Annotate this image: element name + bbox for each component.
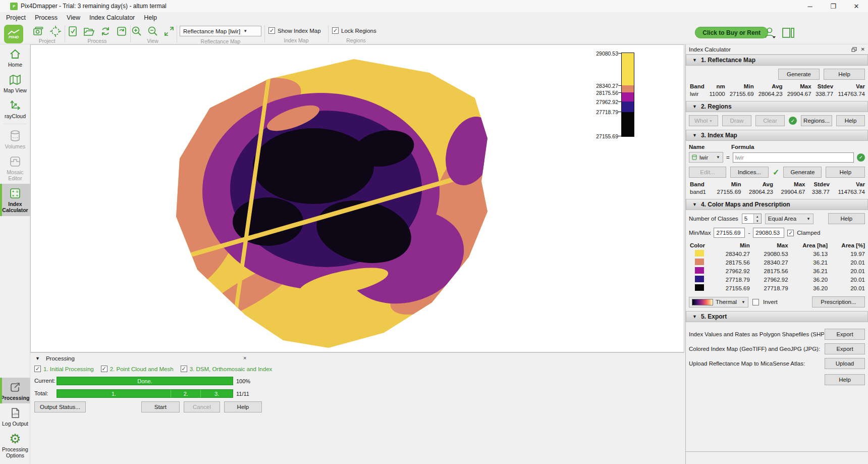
sidebar-item-volumes[interactable]: Volumes: [0, 126, 30, 152]
classification-method-dropdown[interactable]: Equal Area ▼: [765, 214, 813, 224]
reflectance-help-button[interactable]: Help: [824, 69, 865, 80]
sidebar-item-home[interactable]: Home: [0, 44, 30, 70]
minimize-button[interactable]: ─: [798, 0, 822, 12]
export-shp-label: Index Values and Rates as Polygon Shapef…: [689, 331, 824, 337]
float-panel-icon[interactable]: [851, 47, 857, 52]
rematch-reoptimize-icon[interactable]: [116, 26, 127, 37]
user-account-icon[interactable]: [764, 26, 777, 39]
main-content: 29080.53 28340.27 28175.56 27962.92 2771…: [30, 44, 685, 464]
reflectance-generate-button[interactable]: Generate: [778, 69, 820, 80]
sidebar-item-processing[interactable]: Processing: [0, 378, 30, 403]
chevron-down-icon: ▼: [243, 29, 247, 33]
axes-icon: [9, 99, 22, 112]
calculator-icon: +=×÷: [9, 187, 22, 200]
regions-help-button[interactable]: Help: [836, 115, 865, 126]
step3-checkbox[interactable]: ✓: [181, 366, 187, 372]
lock-regions-checkbox[interactable]: ✓: [332, 27, 339, 34]
sidebar-item-index-calculator[interactable]: +=×÷ Index Calculator: [0, 184, 30, 216]
gear-icon: ⚙: [9, 432, 21, 445]
formula-input[interactable]: lwir: [733, 152, 854, 163]
section-regions[interactable]: ▼ 2. Regions: [686, 101, 868, 112]
scale-label: 29080.53: [583, 50, 618, 57]
index-name-dropdown[interactable]: lwir ▼: [689, 152, 723, 163]
section-reflectance-map[interactable]: ▼ 1. Reflectance Map: [686, 55, 868, 66]
export-help-button[interactable]: Help: [825, 374, 865, 385]
processing-panel-close-icon[interactable]: ×: [243, 355, 246, 361]
table-row: 27718.7927962.92 36.2020.01: [689, 275, 865, 284]
export-geotiff-button[interactable]: Export: [825, 343, 865, 354]
layout-panels-icon[interactable]: [782, 27, 795, 39]
total-segment-1: 1.: [57, 390, 171, 397]
show-index-map-checkbox[interactable]: ✓: [268, 27, 275, 34]
collapse-triangle-icon[interactable]: ▼: [35, 356, 40, 361]
gcp-target-icon[interactable]: [49, 25, 62, 37]
app-icon: P: [10, 3, 18, 10]
zoom-out-icon[interactable]: [147, 26, 158, 37]
processing-options-doc-icon[interactable]: [68, 26, 78, 37]
clear-region-button[interactable]: Clear: [755, 115, 785, 126]
clamped-label: Clamped: [797, 230, 820, 236]
scale-segment: [622, 85, 634, 92]
sidebar-item-log-output[interactable]: LOG Log Output: [0, 403, 30, 429]
prescription-button[interactable]: Prescription...: [812, 296, 865, 307]
zoom-in-icon[interactable]: [131, 26, 142, 37]
help-button[interactable]: Help: [224, 401, 262, 413]
output-status-button[interactable]: Output Status...: [34, 401, 86, 413]
class-color-swatch: [695, 250, 704, 256]
name-column-label: Name: [689, 144, 731, 150]
edit-index-button[interactable]: Edit...: [689, 167, 726, 178]
upload-atlas-button[interactable]: Upload: [825, 358, 865, 369]
open-results-folder-icon[interactable]: [83, 26, 95, 37]
step3-label: 3. DSM, Orthomosaic and Index: [190, 366, 273, 372]
step2-checkbox[interactable]: ✓: [101, 366, 107, 372]
fit-view-icon[interactable]: [164, 26, 175, 37]
reflectance-map-dropdown[interactable]: Reflectance Map [lwir] ▼: [180, 26, 261, 36]
index-generate-button[interactable]: Generate: [783, 167, 822, 178]
sidebar-item-mosaic-editor[interactable]: Mosaic Editor: [0, 152, 30, 184]
sidebar-item-map-view[interactable]: Map View: [0, 70, 30, 96]
buy-or-rent-button[interactable]: Click to Buy or Rent: [695, 27, 768, 38]
section-color-maps[interactable]: ▼ 4. Color Maps and Prescription: [686, 199, 868, 210]
menu-project[interactable]: Project: [2, 13, 30, 22]
maximize-button[interactable]: ❐: [822, 0, 845, 12]
menu-view[interactable]: View: [62, 13, 85, 22]
reprocess-icon[interactable]: [100, 26, 111, 37]
sidebar-item-raycloud[interactable]: rayCloud: [0, 96, 30, 122]
export-geotiff-label: Colored Index Map (GeoTIFF) and GeoJPG (…: [689, 346, 820, 352]
indices-button[interactable]: Indices...: [730, 167, 769, 178]
clamped-checkbox[interactable]: ✓: [787, 230, 794, 236]
export-shp-button[interactable]: Export: [825, 329, 865, 340]
colormaps-help-button[interactable]: Help: [828, 213, 865, 224]
scale-segment: [622, 101, 634, 112]
spinner-down-icon[interactable]: ▼: [754, 219, 761, 223]
draw-region-button[interactable]: Draw: [722, 115, 751, 126]
menu-process[interactable]: Process: [30, 13, 62, 22]
close-panel-icon[interactable]: ✕: [861, 46, 865, 52]
index-map-viewport[interactable]: 29080.53 28340.27 28175.56 27962.92 2771…: [30, 44, 684, 352]
classes-spinner[interactable]: 5 ▲▼: [742, 214, 762, 224]
step1-checkbox[interactable]: ✓: [34, 366, 41, 372]
close-button[interactable]: ✕: [845, 0, 868, 12]
region-scope-dropdown[interactable]: Whole M ▼: [689, 115, 718, 126]
menu-index-calculator[interactable]: Index Calculator: [85, 13, 139, 22]
toolbar: PIX4D Project: [0, 23, 868, 44]
current-label: Current:: [34, 378, 57, 384]
invert-checkbox[interactable]: [752, 299, 759, 305]
start-button[interactable]: Start: [141, 401, 180, 413]
menu-help[interactable]: Help: [139, 13, 161, 22]
cancel-button[interactable]: Cancel: [184, 401, 220, 413]
section-export[interactable]: ▼ 5. Export: [686, 311, 868, 322]
scale-label: 27155.69: [583, 133, 618, 139]
regions-button[interactable]: Regions...: [801, 115, 832, 126]
max-input[interactable]: 29080.53: [753, 228, 784, 238]
section-triangle-icon: ▼: [692, 314, 697, 319]
project-images-icon[interactable]: [32, 26, 44, 37]
section-index-map[interactable]: ▼ 3. Index Map: [686, 130, 868, 141]
toolbar-group-regions: Regions: [332, 37, 380, 43]
spinner-up-icon[interactable]: ▲: [754, 214, 761, 219]
palette-dropdown[interactable]: Thermal ▼: [689, 297, 748, 307]
sidebar-item-processing-options[interactable]: ⚙ Processing Options: [0, 429, 30, 461]
table-row: lwir11000 27155.6928064.23 29904.67338.7…: [689, 90, 865, 97]
min-input[interactable]: 27155.69: [714, 228, 745, 238]
index-help-button[interactable]: Help: [826, 167, 865, 178]
